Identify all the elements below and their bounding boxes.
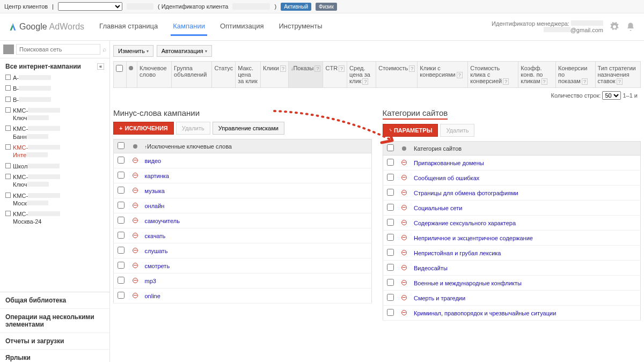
category-cell[interactable]: Криминал, правопорядок и чрезвычайные си… (411, 306, 641, 321)
negkw-cell[interactable]: скачать (142, 228, 372, 243)
column-header[interactable]: ↓Показы? (288, 62, 323, 88)
column-header[interactable]: Сред. цена за клик? (347, 62, 376, 88)
row-checkbox[interactable] (387, 219, 394, 226)
logo[interactable]: Google AdWords (9, 22, 84, 32)
remove-icon[interactable] (133, 158, 138, 163)
cat-col-header[interactable]: Категория сайтов (411, 142, 641, 156)
column-header[interactable]: Клики с конверсиями? (418, 62, 468, 88)
nav-optimization[interactable]: Оптимизация (218, 18, 266, 36)
negkw-cell[interactable]: слушать (142, 243, 372, 258)
negkw-cell[interactable]: видео (142, 153, 372, 168)
remove-icon[interactable] (401, 220, 407, 225)
sidebar-link[interactable]: Ярлыки (0, 350, 109, 362)
row-checkbox[interactable] (118, 157, 125, 164)
row-checkbox[interactable] (387, 279, 394, 286)
row-checkbox[interactable] (118, 202, 125, 209)
remove-icon[interactable] (133, 293, 138, 298)
remove-icon[interactable] (133, 278, 138, 283)
negkw-cell[interactable]: mp3 (142, 274, 372, 289)
negkw-col-header[interactable]: Исключенные ключевые слова (147, 143, 232, 150)
remove-icon[interactable] (401, 295, 407, 300)
add-params-button[interactable]: ПАРАМЕТРЫ (383, 124, 438, 137)
sidebar-link[interactable]: Общая библиотека (0, 292, 109, 309)
category-cell[interactable]: Содержание сексуального характера (411, 216, 641, 231)
column-header[interactable]: Ключевое слово (137, 62, 172, 88)
campaign-item[interactable]: KMC-Ключ (0, 105, 109, 124)
gear-icon[interactable] (610, 22, 619, 32)
row-checkbox[interactable] (118, 277, 125, 284)
row-checkbox[interactable] (387, 189, 394, 196)
column-header[interactable]: Стоимость клика с конверсией? (468, 62, 518, 88)
category-cell[interactable]: Сообщения об ошибках (411, 171, 641, 186)
sidebar-link[interactable]: Операции над несколькими элементами (0, 309, 109, 333)
search-icon[interactable]: ⌕ (103, 46, 106, 53)
negkw-cell[interactable]: картинка (142, 168, 372, 183)
remove-icon[interactable] (133, 203, 138, 208)
row-checkbox[interactable] (387, 249, 394, 256)
row-checkbox[interactable] (387, 294, 394, 301)
campaign-item[interactable]: В- (0, 83, 109, 94)
remove-icon[interactable] (401, 280, 407, 285)
category-cell[interactable]: Социальные сети (411, 201, 641, 216)
remove-icon[interactable] (401, 310, 407, 315)
row-checkbox[interactable] (118, 262, 125, 269)
campaign-item[interactable]: KMC-Ключ (0, 172, 109, 190)
select-all-checkbox[interactable] (116, 65, 123, 72)
client-select[interactable] (58, 2, 122, 11)
row-checkbox[interactable] (118, 247, 125, 254)
nav-tools[interactable]: Инструменты (276, 18, 324, 36)
campaign-item[interactable]: KMC-Моск (0, 190, 109, 209)
column-header[interactable]: Коэфф. конв. по кликам? (518, 62, 556, 88)
remove-icon[interactable] (401, 235, 407, 240)
row-checkbox[interactable] (118, 232, 125, 239)
column-header[interactable]: CTR? (323, 62, 347, 88)
category-cell[interactable]: Смерть и трагедии (411, 291, 641, 306)
search-input[interactable] (16, 44, 100, 55)
remove-icon[interactable] (133, 218, 138, 223)
row-checkbox[interactable] (387, 174, 394, 181)
negkw-cell[interactable]: музыка (142, 183, 372, 198)
remove-icon[interactable] (133, 233, 138, 238)
remove-icon[interactable] (401, 265, 407, 270)
cat-select-all[interactable] (387, 144, 394, 151)
row-checkbox[interactable] (387, 159, 394, 166)
category-cell[interactable]: Видеосайты (411, 261, 641, 276)
column-header[interactable]: Группа объявлений (172, 62, 212, 88)
category-cell[interactable]: Страницы для обмена фотографиями (411, 186, 641, 201)
manage-lists-button[interactable]: Управление списками (213, 122, 284, 135)
folder-icon[interactable] (3, 45, 14, 54)
all-campaigns-label[interactable]: Все интернет-кампании (5, 63, 81, 70)
nav-home[interactable]: Главная страница (97, 18, 160, 36)
sidebar-link[interactable]: Отчеты и загрузки (0, 333, 109, 350)
campaign-item[interactable]: А- (0, 72, 109, 83)
row-checkbox[interactable] (387, 264, 394, 271)
column-header[interactable]: Макс. цена за клик (236, 62, 261, 88)
add-exclusions-button[interactable]: ИСКЛЮЧЕНИЯ (113, 122, 174, 135)
column-header[interactable]: Тип стратегии назначения ставок? (595, 62, 641, 88)
row-checkbox[interactable] (387, 234, 394, 241)
campaign-item[interactable]: В- (0, 94, 109, 105)
column-header[interactable]: Клики? (260, 62, 288, 88)
campaign-item[interactable]: Школ (0, 161, 109, 172)
negkw-cell[interactable]: online (142, 289, 372, 304)
row-checkbox[interactable] (387, 204, 394, 211)
category-cell[interactable]: Припаркованные домены (411, 156, 641, 171)
remove-icon[interactable] (133, 263, 138, 268)
row-checkbox[interactable] (118, 217, 125, 224)
campaign-item[interactable]: KMC-Банн (0, 123, 109, 142)
remove-icon[interactable] (401, 205, 407, 210)
nav-campaigns[interactable]: Кампании (171, 18, 207, 36)
negkw-cell[interactable]: смотреть (142, 258, 372, 274)
remove-icon[interactable] (401, 160, 407, 165)
remove-icon[interactable] (133, 188, 138, 193)
row-checkbox[interactable] (118, 172, 125, 179)
negkw-cell[interactable]: самоучитель (142, 213, 372, 228)
remove-icon[interactable] (401, 250, 407, 255)
collapse-sidebar-icon[interactable]: « (97, 63, 104, 70)
remove-icon[interactable] (133, 248, 138, 253)
negkw-cell[interactable]: онлайн (142, 198, 372, 213)
rows-select[interactable]: 50 (602, 91, 621, 100)
campaign-item[interactable]: KMC-Инте (0, 142, 109, 161)
row-checkbox[interactable] (387, 309, 394, 316)
column-header[interactable]: Статус (212, 62, 236, 88)
